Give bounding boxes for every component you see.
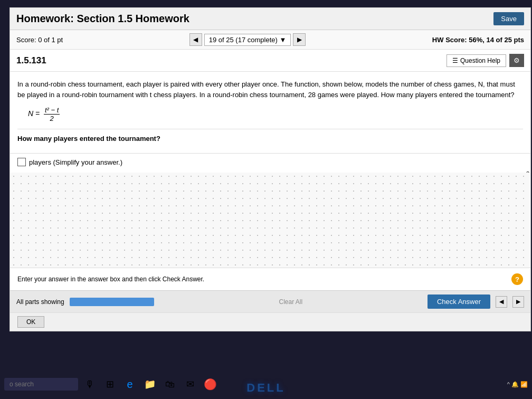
question-help-area: ☰ Question Help ⚙ xyxy=(446,54,524,67)
parts-prev-button[interactable]: ◀ xyxy=(496,296,507,308)
header-bar: Homework: Section 1.5 Homework Save xyxy=(10,8,530,30)
parts-next-button[interactable]: ▶ xyxy=(512,296,524,308)
formula-denominator: 2 xyxy=(49,115,55,122)
nav-controls: ◀ 19 of 25 (17 complete) ▼ ▶ xyxy=(189,33,306,46)
taskbar-edge-icon[interactable]: e xyxy=(121,376,138,393)
question-number: 1.5.131 xyxy=(16,55,46,66)
score-label: Score: 0 of 1 pt xyxy=(16,36,63,44)
clear-all-button[interactable]: Clear All xyxy=(159,298,422,306)
prev-question-button[interactable]: ◀ xyxy=(189,33,202,46)
ok-row: OK xyxy=(10,312,530,331)
taskbar-microphone-icon[interactable]: 🎙 xyxy=(81,376,98,393)
formula-numerator: t² − t xyxy=(44,106,60,115)
all-parts-label: All parts showing xyxy=(16,298,64,306)
problem-text: In a round-robin chess tournament, each … xyxy=(17,79,523,100)
question-num-row: 1.5.131 ☰ Question Help ⚙ xyxy=(10,50,530,72)
check-answer-button[interactable]: Check Answer xyxy=(428,294,490,309)
question-help-button[interactable]: ☰ Question Help xyxy=(446,54,506,67)
settings-button[interactable]: ⚙ xyxy=(509,54,524,67)
formula-prefix: N = xyxy=(28,109,40,118)
list-icon: ☰ xyxy=(452,57,458,64)
save-button[interactable]: Save xyxy=(493,12,524,25)
taskbar-chrome-icon[interactable]: 🔴 xyxy=(202,376,218,393)
problem-area: In a round-robin chess tournament, each … xyxy=(10,72,530,154)
instruction-bar: Enter your answer in the answer box and … xyxy=(10,268,530,290)
next-question-button[interactable]: ▶ xyxy=(293,33,306,46)
help-circle-button[interactable]: ? xyxy=(511,273,523,285)
progress-bar xyxy=(70,298,154,306)
work-area xyxy=(10,173,530,268)
answer-row: players (Simplify your answer.) 3 xyxy=(10,158,530,166)
ok-button[interactable]: OK xyxy=(17,316,44,328)
answer-input-checkbox[interactable] xyxy=(17,158,26,166)
dell-brand-logo: DELL xyxy=(246,381,285,395)
hw-score-label: HW Score: 56%, 14 of 25 pts xyxy=(432,36,524,44)
all-parts-row: All parts showing Clear All Check Answer… xyxy=(10,290,530,312)
main-window: Homework: Section 1.5 Homework Save Scor… xyxy=(10,7,531,331)
formula-fraction: t² − t 2 xyxy=(44,106,60,122)
taskbar-search[interactable] xyxy=(4,378,78,391)
part-question: How many players entered the tournament? xyxy=(17,135,523,142)
taskbar-system-icons: ^ 🔔 📶 xyxy=(507,381,528,388)
taskbar-right: ^ 🔔 📶 xyxy=(507,381,528,388)
instruction-text: Enter your answer in the answer box and … xyxy=(17,276,204,283)
taskbar-store-icon[interactable]: 🛍 xyxy=(162,376,178,393)
taskbar-mail-icon[interactable]: ✉ xyxy=(182,376,198,393)
formula-block: N = t² − t 2 xyxy=(28,106,523,122)
taskbar-folder-icon[interactable]: 📁 xyxy=(141,376,158,393)
taskbar-windows-icon[interactable]: ⊞ xyxy=(101,376,118,393)
score-row: Score: 0 of 1 pt ◀ 19 of 25 (17 complete… xyxy=(10,30,530,50)
progress-dropdown[interactable]: 19 of 25 (17 complete) ▼ xyxy=(204,34,291,46)
answer-label: players (Simplify your answer.) xyxy=(29,158,122,166)
page-title: Homework: Section 1.5 Homework xyxy=(16,13,189,25)
divider xyxy=(17,129,523,129)
